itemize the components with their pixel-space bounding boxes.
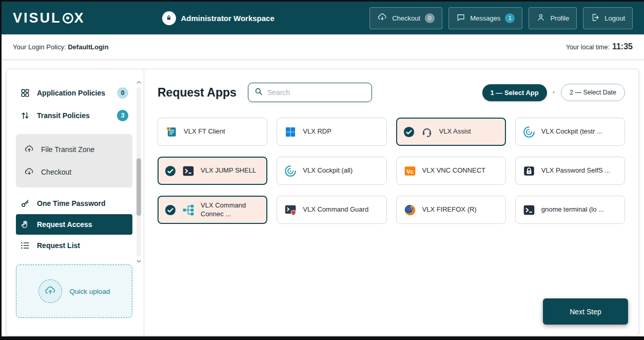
sidebar-item-transit-policies[interactable]: Transit Policies 3: [16, 104, 132, 127]
cloud-upload-icon: [24, 144, 34, 155]
logo-text-suffix: X: [74, 10, 85, 26]
app-card[interactable]: VLX RDP: [277, 118, 386, 146]
scroll-up-icon[interactable]: [136, 79, 142, 86]
app-label: VLX Command Connec ...: [201, 201, 260, 218]
login-policy-value: DefaultLogin: [68, 43, 108, 51]
count-badge: 3: [117, 110, 128, 121]
app-label: VLX Assist: [439, 127, 471, 136]
sidebar-item-request-list[interactable]: Request List: [16, 235, 132, 256]
top-header: VISULX Administrator Workspace Checkout …: [2, 2, 644, 34]
app-card[interactable]: VcVLX VNC CONNECT: [396, 157, 506, 185]
app-label: VLX FT Client: [184, 127, 225, 136]
firefox-icon: [403, 203, 417, 217]
steps-separator: ·: [553, 88, 555, 97]
app-label: VLX FIREFOX (R): [422, 205, 477, 214]
app-card[interactable]: VLX FT Client: [158, 118, 267, 146]
window-bottom-frame: [2, 336, 644, 340]
logout-button[interactable]: Logout: [583, 7, 633, 29]
terminal-icon: [522, 203, 536, 217]
scroll-down-icon[interactable]: [136, 257, 142, 265]
arrows-up-down-icon: [20, 110, 30, 121]
count-badge: 0: [117, 87, 128, 99]
terminal-shield-icon: [283, 203, 298, 217]
lock-icon: [522, 164, 536, 178]
sidebar-item-label: Application Policies: [37, 89, 105, 97]
svg-text:Vc: Vc: [406, 168, 414, 174]
app-card[interactable]: VLX Command Connec ...: [158, 196, 267, 224]
profile-button[interactable]: Profile: [529, 7, 577, 29]
app-card[interactable]: VLX Cockpit (testr ...: [515, 118, 625, 146]
hand-icon: [20, 220, 30, 229]
check-circle-icon: [165, 204, 176, 216]
grid-icon: [20, 88, 30, 98]
search-box[interactable]: [248, 83, 372, 102]
terminal-icon: [181, 164, 196, 178]
app-card[interactable]: VLX Assist: [396, 118, 506, 146]
wizard-steps: 1 — Select App · 2 — Select Date: [482, 84, 626, 101]
sidebar-item-application-policies[interactable]: Application Policies 0: [16, 82, 132, 104]
app-logo: VISULX: [13, 10, 85, 26]
sidebar-item-label: One Time Password: [37, 199, 106, 207]
key-icon: [20, 198, 30, 209]
checkout-button-label: Checkout: [392, 14, 420, 22]
app-card[interactable]: VLX Password SelfS ...: [515, 157, 625, 185]
search-input[interactable]: [267, 88, 366, 97]
app-card[interactable]: VLX FIREFOX (R): [396, 196, 506, 224]
logout-button-label: Logout: [604, 14, 625, 22]
app-card[interactable]: VLX JUMP SHELL: [158, 157, 267, 185]
local-time-value: 11:35: [612, 42, 633, 51]
cloud-download-icon: [24, 167, 34, 177]
list-icon: [20, 240, 30, 251]
sidebar-item-checkout[interactable]: Checkout: [19, 161, 129, 183]
app-card[interactable]: VLX Command Guard: [277, 196, 386, 224]
messages-button-label: Messages: [470, 14, 500, 22]
app-label: VLX JUMP SHELL: [201, 166, 256, 175]
sidebar-item-label: Request List: [37, 241, 80, 250]
cockpit-icon: [283, 164, 298, 178]
workspace-title-label: Administrator Workspace: [181, 14, 275, 23]
scrollbar-thumb[interactable]: [136, 158, 141, 216]
header-actions: Checkout 0 Messages 1 Profile Logout: [369, 7, 633, 29]
app-label: VLX Command Guard: [303, 205, 368, 214]
login-policy: Your Login Policy: DefaultLogin: [13, 43, 109, 51]
headset-icon: [420, 125, 434, 139]
sidebar: Application Policies 0 Transit Policies …: [7, 69, 144, 335]
sidebar-item-label: Checkout: [41, 168, 71, 176]
sidebar-item-label: Transit Policies: [37, 111, 90, 120]
app-label: gnome terminal (lo ...: [541, 205, 604, 214]
sidebar-item-one-time-password[interactable]: One Time Password: [16, 193, 132, 214]
ft-client-icon: [164, 125, 179, 139]
messages-button[interactable]: Messages 1: [448, 7, 522, 29]
sidebar-item-request-access[interactable]: Request Access: [16, 214, 132, 235]
vnc-icon: Vc: [403, 164, 417, 178]
checkout-count-badge: 0: [425, 13, 435, 23]
local-time: Your local time: 11:35: [566, 42, 633, 51]
next-step-button[interactable]: Next Step: [543, 298, 628, 325]
logout-icon: [591, 13, 600, 24]
app-card[interactable]: gnome terminal (lo ...: [515, 196, 625, 224]
logo-text-prefix: VISUL: [13, 10, 62, 26]
app-label: VLX VNC CONNECT: [422, 166, 486, 175]
chat-bubble-icon: [456, 13, 465, 24]
quick-upload-dropzone[interactable]: Quick upload: [16, 265, 132, 318]
scrollbar-track[interactable]: [136, 87, 141, 256]
apps-grid: VLX FT ClientVLX RDPVLX AssistVLX Cockpi…: [158, 118, 625, 224]
main-panel: Application Policies 0 Transit Policies …: [6, 69, 639, 336]
checkout-button[interactable]: Checkout 0: [369, 7, 442, 29]
content-toolbar: Request Apps 1 — Select App · 2 — Select…: [158, 83, 625, 102]
step-select-app[interactable]: 1 — Select App: [482, 84, 547, 101]
sidebar-scrollbar[interactable]: [135, 79, 142, 265]
app-label: VLX Cockpit (testr ...: [541, 127, 602, 136]
messages-count-badge: 1: [505, 13, 515, 23]
cloud-upload-icon: [38, 279, 62, 303]
sidebar-group-transit: File Transit Zone Checkout: [16, 134, 132, 187]
profile-button-label: Profile: [550, 14, 569, 22]
sidebar-item-file-transit-zone[interactable]: File Transit Zone: [19, 138, 129, 161]
lock-icon: [162, 11, 176, 25]
app-card[interactable]: VLX Cockpit (all): [277, 157, 386, 185]
content-area: Request Apps 1 — Select App · 2 — Select…: [144, 69, 638, 335]
workspace-title: Administrator Workspace: [162, 11, 275, 25]
step-select-date[interactable]: 2 — Select Date: [561, 84, 625, 101]
quick-upload-label: Quick upload: [70, 288, 110, 295]
login-policy-label: Your Login Policy:: [13, 43, 66, 51]
